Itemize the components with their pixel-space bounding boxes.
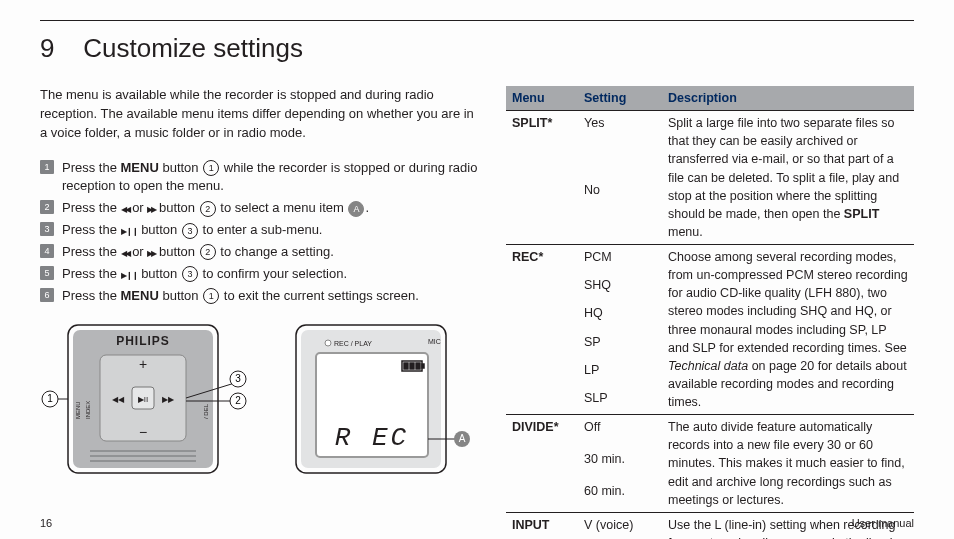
menu-cell: DIVIDE* (506, 415, 578, 448)
description-cell: Split a large file into two separate fil… (662, 111, 914, 245)
callout-1: 1 (47, 393, 53, 404)
chapter-title: Customize settings (83, 33, 303, 63)
header-desc: Description (662, 86, 914, 111)
chapter-number: 9 (40, 33, 76, 64)
chapter-heading: 9 Customize settings (40, 33, 914, 64)
svg-text:−: − (139, 424, 147, 440)
svg-text:+: + (139, 356, 147, 372)
setting-cell: PCM (578, 245, 662, 274)
svg-rect-25 (410, 363, 414, 369)
callout-2: 2 (235, 395, 241, 406)
top-rule (40, 20, 914, 21)
menu-cell (506, 178, 578, 245)
play-pause-icon (121, 266, 138, 281)
menu-cell (506, 479, 578, 512)
table-row: DIVIDE*OffThe auto divide feature automa… (506, 415, 914, 448)
intro-text: The menu is available while the recorder… (40, 86, 480, 143)
step-item: 3Press the button 3 to enter a sub-menu. (40, 221, 480, 240)
table-header-row: Menu Setting Description (506, 86, 914, 111)
side-label-index: INDEX (85, 401, 91, 419)
menu-cell: REC* (506, 245, 578, 274)
keyword: MENU (121, 160, 159, 175)
setting-cell: HQ (578, 301, 662, 329)
page-number: 16 (40, 517, 52, 529)
setting-cell: Off (578, 415, 662, 448)
callout-3: 3 (235, 373, 241, 384)
step-number-badge: 1 (40, 160, 54, 174)
setting-cell: Yes (578, 111, 662, 178)
setting-cell: 60 min. (578, 479, 662, 512)
description-cell: The auto divide feature automatically re… (662, 415, 914, 513)
skip-prev-icon (121, 244, 129, 259)
diagram-screen: REC / PLAY MIC R EC (290, 319, 480, 479)
step-list: 1Press the MENU button 1 while the recor… (40, 159, 480, 306)
menu-cell (506, 301, 578, 329)
button-ref-circle: 2 (200, 244, 216, 260)
step-number-badge: 3 (40, 222, 54, 236)
setting-cell: LP (578, 358, 662, 386)
mic-label: MIC (428, 338, 441, 345)
description-cell: Choose among several recording modes, fr… (662, 245, 914, 415)
setting-cell: 30 min. (578, 447, 662, 479)
settings-table: Menu Setting Description SPLIT*YesSplit … (506, 86, 914, 539)
button-ref-circle: 3 (182, 223, 198, 239)
diagram-row: PHILIPS + − ◀◀ ▶▶ ▶II MENU INDEX / DEL (40, 319, 480, 479)
skip-next-icon (147, 244, 155, 259)
button-ref-circle: 2 (200, 201, 216, 217)
svg-rect-26 (416, 363, 420, 369)
svg-point-20 (325, 340, 331, 346)
skip-next-icon (147, 200, 155, 215)
menu-cell (506, 330, 578, 358)
step-item: 1Press the MENU button 1 while the recor… (40, 159, 480, 197)
reference: Technical data (668, 359, 748, 373)
step-item: 6Press the MENU button 1 to exit the cur… (40, 287, 480, 306)
keyword: SPLIT (844, 207, 879, 221)
right-column: Menu Setting Description SPLIT*YesSplit … (506, 86, 914, 539)
button-ref-circle: 3 (182, 266, 198, 282)
setting-cell: No (578, 178, 662, 245)
footer-label: User manual (852, 517, 914, 529)
svg-text:▶II: ▶II (138, 395, 148, 404)
callout-a: A (459, 433, 466, 444)
table-row: REC*PCMChoose among several recording mo… (506, 245, 914, 274)
header-menu: Menu (506, 86, 578, 111)
step-number-badge: 2 (40, 200, 54, 214)
keyword: MENU (121, 288, 159, 303)
indicator-label: REC / PLAY (334, 340, 372, 347)
table-row: SPLIT*YesSplit a large file into two sep… (506, 111, 914, 178)
step-item: 2Press the or button 2 to select a menu … (40, 199, 480, 218)
button-ref-circle: 1 (203, 288, 219, 304)
step-number-badge: 5 (40, 266, 54, 280)
brand-text: PHILIPS (116, 334, 170, 348)
svg-text:◀◀: ◀◀ (112, 395, 125, 404)
play-pause-icon (121, 222, 138, 237)
skip-prev-icon (121, 200, 129, 215)
step-number-badge: 6 (40, 288, 54, 302)
menu-cell: SPLIT* (506, 111, 578, 178)
left-column: The menu is available while the recorder… (40, 86, 480, 539)
svg-rect-23 (422, 364, 424, 368)
svg-text:▶▶: ▶▶ (162, 395, 175, 404)
page: 9 Customize settings The menu is availab… (0, 0, 954, 539)
screen-text: R EC (335, 423, 409, 453)
footer: 16 User manual (40, 517, 914, 529)
menu-cell (506, 447, 578, 479)
setting-cell: SHQ (578, 273, 662, 301)
diagram-controls: PHILIPS + − ◀◀ ▶▶ ▶II MENU INDEX / DEL (40, 319, 250, 479)
svg-rect-24 (404, 363, 408, 369)
columns: The menu is available while the recorder… (40, 86, 914, 539)
menu-cell (506, 358, 578, 386)
side-label-del: / DEL (203, 404, 209, 420)
side-label-menu: MENU (75, 402, 81, 420)
button-ref-circle: 1 (203, 160, 219, 176)
step-item: 5Press the button 3 to confirm your sele… (40, 265, 480, 284)
menu-cell (506, 386, 578, 415)
screen-ref-circle: A (348, 201, 364, 217)
setting-cell: SP (578, 330, 662, 358)
step-item: 4Press the or button 2 to change a setti… (40, 243, 480, 262)
header-setting: Setting (578, 86, 662, 111)
setting-cell: SLP (578, 386, 662, 415)
step-number-badge: 4 (40, 244, 54, 258)
menu-cell (506, 273, 578, 301)
